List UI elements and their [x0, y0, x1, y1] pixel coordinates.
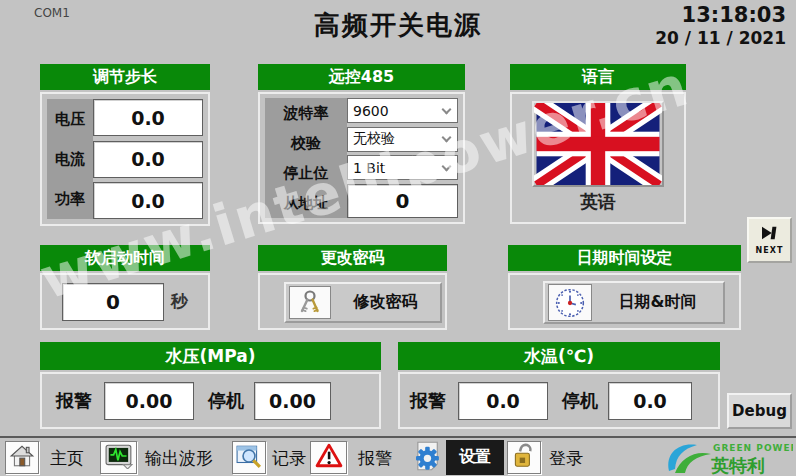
nav-login-label[interactable]: 登录 — [549, 447, 583, 470]
nav-records-label[interactable]: 记录 — [272, 447, 306, 470]
chevron-down-icon — [442, 133, 452, 143]
current-step-field[interactable]: 0.0 — [93, 141, 203, 178]
pressure-alarm-label: 报警 — [56, 389, 92, 413]
current-label: 电流 — [47, 139, 93, 179]
language-current: 英语 — [580, 190, 616, 214]
gear-icon — [410, 440, 444, 476]
baud-label: 波特率 — [265, 98, 347, 128]
datetime-panel: 日期&时间 — [508, 273, 741, 330]
baud-value: 9600 — [353, 103, 389, 119]
step-panel: 电压 电流 功率 0.0 0.0 0.0 — [40, 92, 210, 226]
pressure-stop-label: 停机 — [208, 389, 244, 413]
nav-home-button[interactable] — [5, 441, 39, 474]
nav-login-button[interactable] — [507, 441, 541, 474]
remote485-labels: 波特率 校验 停止位 从地址 — [265, 98, 347, 218]
stopbit-select[interactable]: 1 Bit — [347, 155, 458, 180]
nav-settings-button[interactable] — [408, 441, 446, 474]
records-icon — [236, 443, 262, 473]
clock-icon — [548, 284, 592, 321]
debug-button[interactable]: Debug — [727, 393, 792, 429]
remote485-panel: 波特率 校验 停止位 从地址 9600 无校验 1 Bit 0 — [258, 92, 465, 224]
keys-icon — [289, 286, 331, 319]
uk-flag-icon[interactable] — [532, 101, 664, 187]
nav-home-label[interactable]: 主页 — [50, 447, 84, 470]
clock-time: 13:18:03 — [682, 3, 786, 27]
pressure-panel-title: 水压(MPa) — [40, 342, 381, 370]
voltage-step-field[interactable]: 0.0 — [93, 99, 203, 136]
datetime-panel-title: 日期时间设定 — [508, 245, 741, 271]
nav-records-button[interactable] — [232, 441, 266, 474]
remote485-fields: 9600 无校验 1 Bit 0 — [347, 98, 458, 218]
language-panel: 英语 — [510, 92, 686, 224]
step-panel-title: 调节步长 — [40, 64, 210, 90]
stopbit-value: 1 Bit — [353, 160, 385, 176]
bottom-nav: 主页 输出波形 记录 — [0, 436, 796, 476]
power-step-field[interactable]: 0.0 — [93, 182, 203, 219]
brand-logo: GREEN POWER 英特利 — [663, 439, 793, 476]
slave-addr-label: 从地址 — [265, 188, 347, 218]
slave-addr-field[interactable]: 0 — [347, 184, 458, 218]
softstart-field[interactable]: 0 — [62, 283, 164, 321]
chevron-down-icon — [442, 104, 452, 114]
alarm-icon — [315, 443, 343, 473]
parity-label: 校验 — [265, 128, 347, 158]
softstart-panel-title: 软启动时间 — [40, 245, 210, 271]
nav-waveform-button[interactable] — [100, 441, 137, 474]
language-panel-title: 语言 — [510, 64, 686, 90]
logo-line2: 英特利 — [711, 455, 765, 476]
pressure-stop-field[interactable]: 0.00 — [254, 382, 331, 420]
home-icon — [9, 443, 35, 473]
nav-alarm-label[interactable]: 报警 — [358, 447, 392, 470]
nav-settings-label[interactable]: 设置 — [446, 440, 504, 475]
softstart-unit: 秒 — [171, 290, 188, 313]
waveform-icon — [105, 443, 133, 473]
baud-select[interactable]: 9600 — [347, 98, 458, 123]
nav-alarm-button[interactable] — [310, 441, 347, 474]
datetime-button[interactable]: 日期&时间 — [543, 281, 725, 324]
password-panel: 修改密码 — [258, 273, 447, 330]
clock-date: 20 / 11 / 2021 — [655, 28, 786, 48]
next-icon — [758, 225, 782, 245]
softstart-panel: 0 秒 — [40, 273, 210, 330]
temperature-alarm-field[interactable]: 0.0 — [458, 382, 548, 420]
temperature-panel-title: 水温(℃) — [398, 342, 720, 370]
temperature-stop-field[interactable]: 0.0 — [608, 382, 692, 420]
next-button-label: NEXT — [756, 246, 784, 255]
hmi-screen: COM1 高频开关电源 13:18:03 20 / 11 / 2021 调节步长… — [0, 0, 796, 476]
step-fields: 0.0 0.0 0.0 — [93, 99, 203, 219]
temperature-stop-label: 停机 — [562, 389, 598, 413]
change-password-button[interactable]: 修改密码 — [284, 282, 442, 323]
temperature-panel: 报警 0.0 停机 0.0 — [398, 372, 720, 429]
padlock-icon — [511, 442, 537, 474]
next-page-button[interactable]: NEXT — [747, 217, 792, 263]
voltage-label: 电压 — [47, 99, 93, 139]
parity-select[interactable]: 无校验 — [347, 127, 458, 152]
power-label: 功率 — [47, 179, 93, 219]
stopbit-label: 停止位 — [265, 158, 347, 188]
step-labels: 电压 电流 功率 — [47, 99, 93, 219]
chevron-down-icon — [442, 161, 452, 171]
temperature-alarm-label: 报警 — [410, 389, 446, 413]
password-panel-title: 更改密码 — [258, 245, 447, 271]
pressure-alarm-field[interactable]: 0.00 — [104, 382, 194, 420]
logo-line1: GREEN POWER — [713, 443, 793, 453]
nav-waveform-label[interactable]: 输出波形 — [145, 447, 213, 470]
parity-value: 无校验 — [353, 130, 395, 148]
datetime-button-label: 日期&时间 — [592, 292, 723, 313]
remote485-panel-title: 远控485 — [258, 64, 465, 90]
pressure-panel: 报警 0.00 停机 0.00 — [40, 372, 381, 429]
change-password-button-label: 修改密码 — [331, 292, 440, 313]
